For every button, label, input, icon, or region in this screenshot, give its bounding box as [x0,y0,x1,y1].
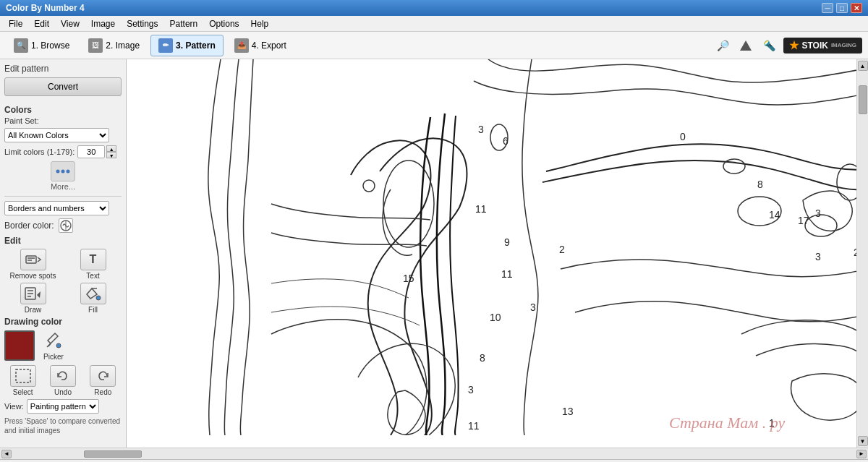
svg-point-24 [723,159,745,174]
minimize-button[interactable]: ─ [822,3,833,13]
app-title: Color By Number 4 [6,3,85,13]
scroll-track [858,71,868,436]
limit-colors-spinner: ▲ ▼ [77,145,116,158]
limit-colors-label: Limit colors (1-179): [4,147,75,156]
menu-view[interactable]: View [55,17,85,30]
scroll-up-button[interactable]: ▲ [858,61,868,71]
draw-tool[interactable]: Draw [4,283,61,314]
fill-icon [80,283,106,304]
step-export-label: 4. Export [252,40,286,51]
menu-options[interactable]: Options [203,17,244,30]
spinner-up[interactable]: ▲ [106,145,116,152]
step-browse[interactable]: 🔍 1. Browse [6,35,77,56]
svg-text:9: 9 [504,236,510,248]
svg-text:8: 8 [757,179,763,190]
remove-spots-tool[interactable]: Remove spots [4,249,61,280]
stoik-logo: ★ STOIK IMAGING [783,38,862,54]
paint-set-label: Paint Set: [4,116,39,125]
paint-set-select[interactable]: All Known Colors Custom Basic [4,128,109,142]
text-icon: T [80,249,106,270]
svg-text:3: 3 [468,384,474,395]
vertical-scrollbar[interactable]: ▲ ▼ [856,59,868,448]
h-scroll-track [12,450,856,458]
canvas-area[interactable]: 0 3 6 8 14 17 3 9 8 2 3 3 2 2 15 11 9 [127,59,856,448]
menu-image[interactable]: Image [85,17,121,30]
svg-point-3 [66,170,69,174]
select-tool[interactable]: Select [4,365,41,396]
svg-point-13 [96,296,101,300]
toolbar: 🔍 1. Browse 🖼 2. Image ✏ 3. Pattern 📤 4.… [0,32,868,59]
svg-text:3: 3 [815,251,821,262]
pattern-icon: ✏ [158,38,173,53]
svg-text:17: 17 [798,215,809,226]
picker-tool[interactable]: Picker [41,330,67,361]
drawing-color-label: Drawing color [4,317,122,327]
undo-label: Undo [54,388,72,396]
menu-file[interactable]: File [3,17,28,30]
limit-colors-row: Limit colors (1-179): ▲ ▼ [4,145,122,158]
horizontal-scrollbar[interactable]: ◄ ► [0,448,868,459]
fill-tool[interactable]: Fill [64,283,122,314]
svg-point-15 [56,343,61,348]
more-label: More... [51,182,75,191]
draw-color-row: Picker [4,330,122,361]
search-tool-button[interactable]: 🔎 [714,37,731,54]
convert-button[interactable]: Convert [4,77,122,96]
svg-text:14: 14 [769,209,780,221]
view-select[interactable]: Painting pattern Original Both [27,399,99,414]
svg-text:11: 11 [501,268,513,280]
redo-tool[interactable]: Redo [85,365,122,396]
panel-title: Edit pattern [4,64,122,74]
close-button[interactable]: ✕ [851,3,862,13]
undo-tool[interactable]: Undo [44,365,81,396]
browse-icon: 🔍 [14,38,28,53]
limit-colors-input[interactable] [77,145,105,158]
canvas-scroll[interactable]: 0 3 6 8 14 17 3 9 8 2 3 3 2 2 15 11 9 [127,59,856,448]
menu-settings[interactable]: Settings [121,17,163,30]
step-image[interactable]: 🖼 2. Image [80,35,148,56]
left-panel: Edit pattern Convert Colors Paint Set: A… [0,59,127,448]
h-scroll-thumb[interactable] [84,450,142,458]
bottom-tools: Select Undo Redo [4,365,122,396]
svg-point-23 [363,180,375,192]
menu-edit[interactable]: Edit [28,17,55,30]
more-icon[interactable] [51,161,75,181]
step-pattern[interactable]: ✏ 3. Pattern [150,35,224,56]
triangle-tool-button[interactable] [737,37,754,54]
drawing-color-swatch[interactable] [4,330,35,361]
svg-point-20 [805,215,837,236]
border-color-row: Border color: [4,218,122,233]
svg-rect-6 [26,256,36,263]
pattern-canvas: 0 3 6 8 14 17 3 9 8 2 3 3 2 2 15 11 9 [127,59,856,435]
step-export[interactable]: 📤 4. Export [226,35,294,56]
scroll-left-button[interactable]: ◄ [1,450,12,458]
spinner-down[interactable]: ▼ [106,152,116,158]
svg-text:11: 11 [468,420,480,432]
scroll-right-button[interactable]: ► [856,450,867,458]
scroll-down-button[interactable]: ▼ [858,436,868,446]
window-controls: ─ □ ✕ [822,3,862,13]
spinner-buttons: ▲ ▼ [106,145,116,158]
draw-icon [20,283,46,304]
flashlight-tool-button[interactable]: 🔦 [760,37,778,54]
border-color-swatch[interactable] [59,218,73,233]
step-browse-label: 1. Browse [31,40,69,51]
svg-text:2: 2 [559,244,565,255]
border-dropdown[interactable]: Borders and numbers Borders only Numbers… [4,201,109,215]
scroll-thumb[interactable] [859,85,867,114]
svg-text:10: 10 [490,312,501,323]
select-label: Select [13,388,33,396]
menu-help[interactable]: Help [245,17,275,30]
menu-pattern[interactable]: Pattern [164,17,204,30]
svg-marker-0 [740,40,752,51]
text-tool[interactable]: T Text [64,249,122,280]
colors-section-label: Colors [4,105,122,115]
maximize-button[interactable]: □ [836,3,848,13]
redo-label: Redo [94,388,111,396]
edit-section-label: Edit [4,236,122,246]
svg-text:2: 2 [854,247,856,258]
fill-label: Fill [88,306,98,314]
step-pattern-label: 3. Pattern [176,40,216,51]
svg-text:13: 13 [562,406,574,417]
border-color-label: Border color: [4,221,54,231]
